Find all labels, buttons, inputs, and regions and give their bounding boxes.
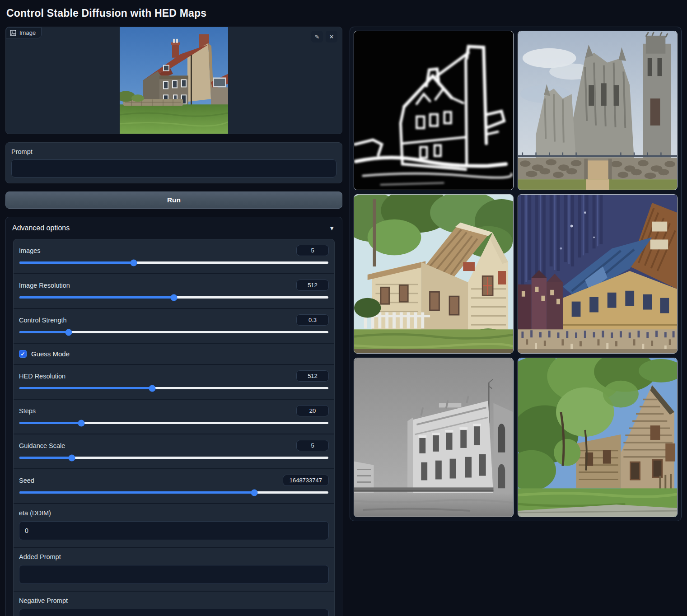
slider-label: Image Resolution <box>19 282 70 289</box>
slider-label: Steps <box>19 407 36 415</box>
slider-handle[interactable] <box>251 489 257 496</box>
slider-value-box[interactable]: 5 <box>296 245 329 256</box>
gallery-item-grayscale-building[interactable] <box>354 358 514 517</box>
guess-mode-checkbox[interactable]: ✓ <box>19 350 27 358</box>
slider-value-box[interactable]: 512 <box>296 280 329 291</box>
slider-handle[interactable] <box>149 385 156 392</box>
gallery-item-hed-edge-map[interactable] <box>354 31 514 190</box>
slider-track[interactable] <box>19 296 328 299</box>
impressionist-image <box>518 195 677 353</box>
slider-label: Seed <box>19 477 34 484</box>
uploaded-house-photo <box>120 27 228 134</box>
slider-handle[interactable] <box>171 294 178 301</box>
slider-row-control-strength: Control Strength 0.3 <box>14 308 334 343</box>
prompt-label: Prompt <box>11 148 336 155</box>
stone-house-image <box>518 358 677 517</box>
slider-value-box[interactable]: 5 <box>296 440 329 451</box>
advanced-options-header[interactable]: Advanced options ▼ <box>6 217 342 238</box>
image-input-label: Image <box>19 29 36 36</box>
hed-map-image <box>354 31 513 190</box>
image-icon <box>10 30 16 36</box>
eta-ddim-row: eta (DDIM) <box>14 503 334 547</box>
run-button[interactable]: Run <box>5 191 342 209</box>
slider-label: Control Strength <box>19 317 67 324</box>
chevron-down-icon: ▼ <box>329 225 335 232</box>
slider-track[interactable] <box>19 422 328 424</box>
advanced-options-title: Advanced options <box>12 224 70 232</box>
slider-handle[interactable] <box>69 454 75 461</box>
slider-row-steps: Steps 20 <box>14 399 334 434</box>
slider-row-images: Images 5 <box>14 239 334 273</box>
slider-handle[interactable] <box>78 420 84 426</box>
slider-row-seed: Seed 1648733747 <box>14 468 334 503</box>
slider-label: HED Resolution <box>19 373 65 380</box>
slider-track[interactable] <box>19 331 328 333</box>
clear-image-button[interactable]: ✕ <box>326 31 337 42</box>
slider-value-box[interactable]: 0.3 <box>296 314 329 326</box>
gallery-item-cathedral[interactable] <box>518 31 678 190</box>
guess-mode-label: Guess Mode <box>31 350 70 358</box>
negative-prompt-label: Negative Prompt <box>19 597 329 604</box>
slider-row-image-resolution: Image Resolution 512 <box>14 273 334 308</box>
advanced-controls-group: Images 5 Image Resolution 512 <box>13 239 335 616</box>
added-prompt-input[interactable] <box>19 565 329 584</box>
negative-prompt-row: Negative Prompt <box>14 591 334 616</box>
eta-ddim-label: eta (DDIM) <box>19 509 329 517</box>
slider-label: Guidance Scale <box>19 442 65 449</box>
slider-track[interactable] <box>19 387 328 389</box>
slider-label: Images <box>19 247 41 254</box>
cathedral-image <box>518 31 677 190</box>
gallery-item-painted-cottage[interactable] <box>354 194 514 354</box>
slider-value-box[interactable]: 1648733747 <box>283 475 329 486</box>
prompt-input[interactable] <box>11 159 336 177</box>
advanced-options-accordion: Advanced options ▼ Images 5 <box>5 217 342 616</box>
image-input-block[interactable]: Image ✎ ✕ <box>5 27 342 134</box>
added-prompt-row: Added Prompt <box>14 547 334 591</box>
app-page: Control Stable Diffusion with HED Maps I… <box>0 0 687 616</box>
gallery-item-stone-house[interactable] <box>518 358 678 517</box>
negative-prompt-input[interactable] <box>19 609 329 616</box>
slider-row-hed-resolution: HED Resolution 512 <box>14 364 334 399</box>
gallery-item-impressionist-building[interactable] <box>518 194 678 354</box>
slider-row-guidance-scale: Guidance Scale 5 <box>14 434 334 468</box>
result-gallery <box>350 27 682 521</box>
guess-mode-row: ✓ Guess Mode <box>14 343 334 364</box>
edit-image-button[interactable]: ✎ <box>311 31 323 42</box>
check-icon: ✓ <box>20 351 25 357</box>
cottage-image <box>354 195 513 353</box>
added-prompt-label: Added Prompt <box>19 553 329 560</box>
slider-track[interactable] <box>19 457 328 459</box>
slider-value-box[interactable]: 20 <box>296 405 329 416</box>
prompt-block: Prompt <box>5 142 342 183</box>
page-title: Control Stable Diffusion with HED Maps <box>6 7 682 19</box>
slider-track[interactable] <box>19 261 328 264</box>
slider-handle[interactable] <box>65 329 72 336</box>
image-input-badge: Image <box>6 27 42 38</box>
pencil-icon: ✎ <box>315 33 320 40</box>
close-icon: ✕ <box>329 33 334 40</box>
slider-track[interactable] <box>19 491 328 494</box>
controls-column: Image ✎ ✕ <box>5 27 342 616</box>
grayscale-image <box>354 358 513 517</box>
slider-handle[interactable] <box>131 259 137 266</box>
slider-value-box[interactable]: 512 <box>296 370 329 382</box>
eta-ddim-input[interactable] <box>19 521 329 540</box>
